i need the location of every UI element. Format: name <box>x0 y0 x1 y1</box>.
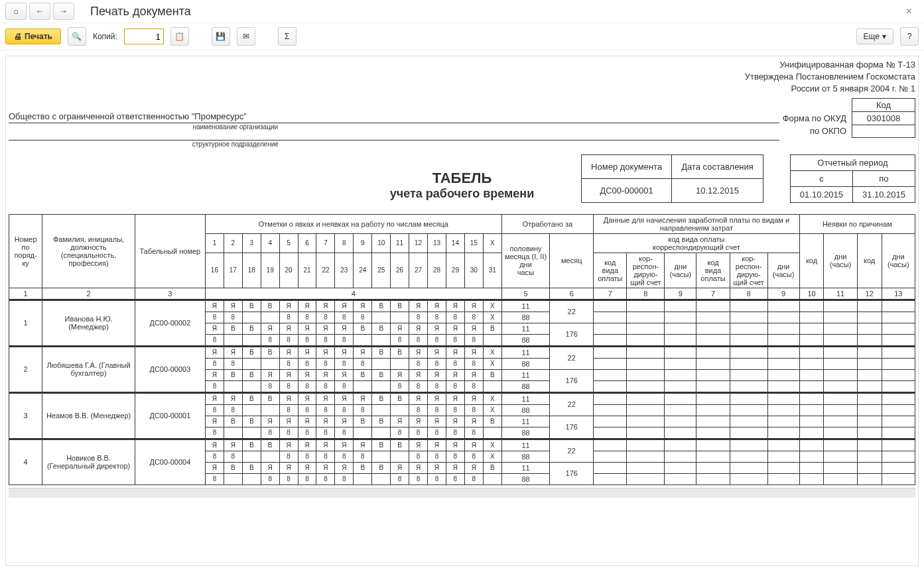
save-button[interactable]: 💾 <box>212 27 230 46</box>
from-value: 01.10.2015 <box>790 186 852 202</box>
from-label: с <box>790 170 852 186</box>
help-button[interactable]: ? <box>900 27 919 46</box>
period-meta: Отчетный период спо 01.10.201531.10.2015 <box>790 154 915 203</box>
doc-subtitle: учета рабочего времени <box>9 187 915 201</box>
close-button[interactable]: × <box>899 5 919 17</box>
period-label: Отчетный период <box>790 154 915 170</box>
docdate-value: 10.12.2015 <box>672 178 763 202</box>
forward-button[interactable]: → <box>53 3 74 20</box>
org-caption: наименование организации <box>9 123 462 131</box>
subdivision-caption: структурное подразделение <box>9 141 462 148</box>
printer-icon: 🖨 <box>14 32 22 41</box>
docnum-value: ДС00-000001 <box>582 178 672 202</box>
execute-button[interactable]: 📋 <box>170 27 189 46</box>
sum-button[interactable]: Σ <box>278 27 297 46</box>
back-button[interactable]: ← <box>29 3 50 20</box>
to-label: по <box>852 170 915 186</box>
more-button[interactable]: Еще ▾ <box>856 28 893 44</box>
window-title: Печать документа <box>90 5 191 19</box>
okud-label: Форма по ОКУД <box>775 111 852 125</box>
code-header: Код <box>852 98 915 111</box>
docdate-label: Дата составления <box>672 154 763 178</box>
okpo-value <box>852 125 915 137</box>
print-button[interactable]: 🖨 Печать <box>5 28 61 44</box>
copies-input[interactable] <box>124 28 164 44</box>
document-area: Унифицированная форма № Т-13 Утверждена … <box>5 56 919 566</box>
okud-value: 0301008 <box>852 111 915 125</box>
timesheet-table: Номер по поряд-куФамилия, инициалы, долж… <box>9 214 915 485</box>
home-button[interactable]: ⌂ <box>5 3 27 20</box>
email-button[interactable]: ✉ <box>237 27 255 46</box>
print-label: Печать <box>25 32 52 41</box>
preview-button[interactable]: 🔍 <box>68 27 86 46</box>
okpo-label: по ОКПО <box>775 125 852 137</box>
more-label: Еще <box>864 32 880 41</box>
copies-label: Копий: <box>93 32 117 41</box>
form-line1: Унифицированная форма № Т-13 <box>9 59 915 71</box>
chevron-down-icon: ▾ <box>882 32 886 41</box>
horizontal-scrollbar[interactable] <box>9 488 915 498</box>
org-name: Общество с ограниченной ответственностью… <box>9 111 779 123</box>
form-header: Унифицированная форма № Т-13 Утверждена … <box>9 59 915 95</box>
form-line3: России от 5 января 2004 г. № 1 <box>9 83 915 95</box>
main-toolbar: 🖨 Печать 🔍 Копий: 📋 💾 ✉ Σ Еще ▾ ? <box>0 23 924 50</box>
doc-title-block: ТАБЕЛЬ учета рабочего времени <box>9 170 915 201</box>
title-bar: ⌂ ← → Печать документа × <box>0 0 924 23</box>
subdivision-line <box>9 131 779 141</box>
form-line2: Утверждена Постановлением Госкомстата <box>9 71 915 83</box>
doc-title: ТАБЕЛЬ <box>9 170 915 187</box>
to-value: 31.10.2015 <box>852 186 915 202</box>
docnum-label: Номер документа <box>582 154 672 178</box>
doc-meta: Номер документаДата составления ДС00-000… <box>581 154 763 203</box>
